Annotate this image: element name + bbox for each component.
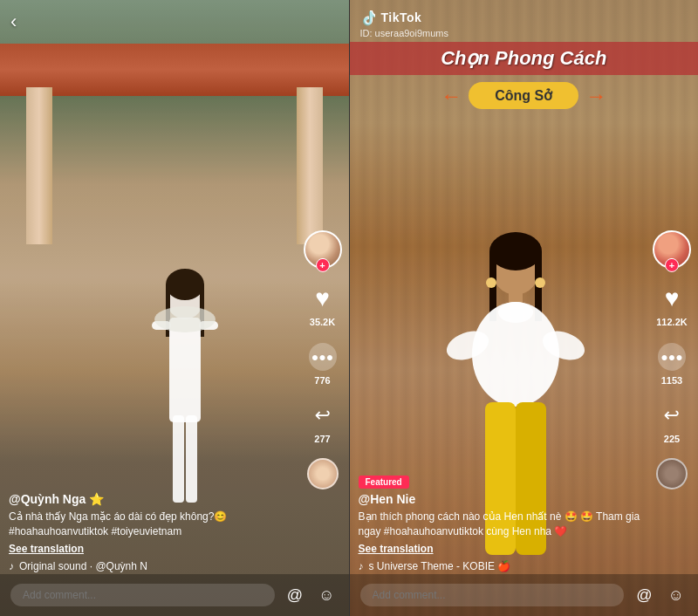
music-disc-icon-left — [307, 458, 339, 489]
tiktok-user-id: ID: useraa9oi9mums — [360, 28, 449, 38]
music-row-right: ♪ s Universe Theme - KOBIE 🍎 — [359, 560, 651, 572]
follow-plus-badge-right[interactable]: + — [665, 258, 679, 272]
right-video-panel: TikTok ID: useraa9oi9mums Chọn Phong Các… — [350, 0, 699, 616]
temple-architecture — [0, 44, 349, 218]
left-sidebar-actions: + ♥ 35.2K ●●● 776 ↪ 277 — [304, 230, 342, 489]
music-row-left: ♪ Original sound · @Quỳnh N — [9, 560, 301, 572]
like-count-right: 112.2K — [656, 317, 687, 327]
featured-badge: Featured — [359, 476, 409, 489]
svg-point-21 — [486, 277, 496, 288]
at-icon-right[interactable]: @ — [633, 586, 655, 605]
music-disc-left — [307, 458, 339, 489]
share-icon-right: ↪ — [656, 400, 688, 431]
avatar-container-right[interactable]: + — [653, 230, 691, 269]
heart-icon-left: ♥ — [307, 283, 339, 314]
temple-pillar-left — [26, 87, 52, 244]
tiktok-header: TikTok ID: useraa9oi9mums — [360, 9, 449, 38]
comment-icon-right: ●●● — [656, 341, 688, 373]
right-comment-input[interactable] — [360, 584, 625, 606]
temple-pillar-right — [297, 87, 323, 244]
share-button-right[interactable]: ↪ 225 — [656, 400, 688, 444]
tiktok-logo-icon — [360, 9, 378, 26]
like-count-left: 35.2K — [310, 317, 335, 327]
svg-point-9 — [154, 306, 216, 332]
heart-icon-right: ♥ — [656, 283, 688, 314]
left-comment-input[interactable] — [10, 584, 275, 606]
svg-point-22 — [535, 277, 545, 288]
music-text-right: s Universe Theme - KOBIE 🍎 — [369, 560, 511, 572]
like-button-left[interactable]: ♥ 35.2K — [307, 283, 339, 327]
filter-top-text: Chọn Phong Cách — [441, 47, 606, 69]
share-count-left: 277 — [314, 434, 330, 444]
emoji-icon-left[interactable]: ☺ — [315, 586, 338, 605]
music-note-left: ♪ — [9, 560, 14, 572]
filter-pill-text: Công Sở — [469, 82, 578, 109]
comment-button-left[interactable]: ●●● 776 — [307, 341, 339, 386]
filter-arrow-right: → — [585, 84, 606, 108]
tiktok-music-icon-right: ♪ — [359, 560, 364, 572]
back-button[interactable]: ‹ — [10, 10, 17, 33]
username-left: @Quỳnh Nga ⭐ — [9, 492, 301, 506]
tiktok-logo-row: TikTok — [360, 9, 449, 26]
comment-count-right: 1153 — [661, 375, 682, 386]
svg-rect-7 — [173, 415, 184, 503]
emoji-icon-right[interactable]: ☺ — [665, 586, 688, 605]
right-sidebar-actions: + ♥ 112.2K ●●● 1153 ↪ 225 — [653, 230, 691, 489]
svg-point-11 — [489, 232, 542, 270]
avatar-container-left[interactable]: + — [304, 230, 342, 269]
music-disc-icon-right — [656, 458, 688, 489]
left-video-panel: ‹ + ♥ 35.2K ●●● 776 ↪ 277 — [0, 0, 349, 616]
right-bottom-info: Featured @Hen Nie Bạn thích phong cách n… — [359, 473, 651, 572]
tiktok-title: TikTok — [381, 10, 422, 24]
caption-right: Bạn thích phong cách nào của Hen nhất nè… — [359, 510, 651, 539]
left-bottom-info: @Quỳnh Nga ⭐ Cả nhà thấy Nga mặc áo dài … — [9, 492, 301, 572]
username-right: @Hen Nie — [359, 492, 651, 506]
at-icon-left[interactable]: @ — [284, 586, 306, 605]
music-disc-right — [656, 458, 688, 489]
share-button-left[interactable]: ↪ 277 — [307, 400, 339, 444]
filter-mid-banner: ← Công Sở → — [367, 82, 681, 109]
follow-plus-badge-left[interactable]: + — [316, 258, 330, 272]
comment-count-left: 776 — [314, 375, 330, 386]
share-count-right: 225 — [664, 434, 680, 444]
svg-rect-4 — [169, 318, 201, 422]
right-bottom-bar: @ ☺ — [350, 574, 699, 616]
caption-left: Cả nhà thấy Nga mặc áo dài có đẹp không?… — [9, 510, 301, 539]
see-translation-left[interactable]: See translation — [9, 543, 301, 555]
like-button-right[interactable]: ♥ 112.2K — [656, 283, 688, 327]
filter-top-banner: Chọn Phong Cách — [350, 42, 699, 75]
left-bottom-bar: @ ☺ — [0, 574, 349, 616]
filter-arrow-left: ← — [441, 84, 462, 108]
share-icon-left: ↪ — [307, 400, 339, 431]
svg-rect-8 — [186, 415, 197, 503]
comment-icon-left: ●●● — [307, 341, 339, 373]
svg-point-1 — [166, 269, 204, 300]
svg-point-16 — [498, 302, 533, 323]
music-text-left: Original sound · @Quỳnh N — [19, 560, 147, 572]
see-translation-right[interactable]: See translation — [359, 543, 651, 555]
comment-button-right[interactable]: ●●● 1153 — [656, 341, 688, 386]
